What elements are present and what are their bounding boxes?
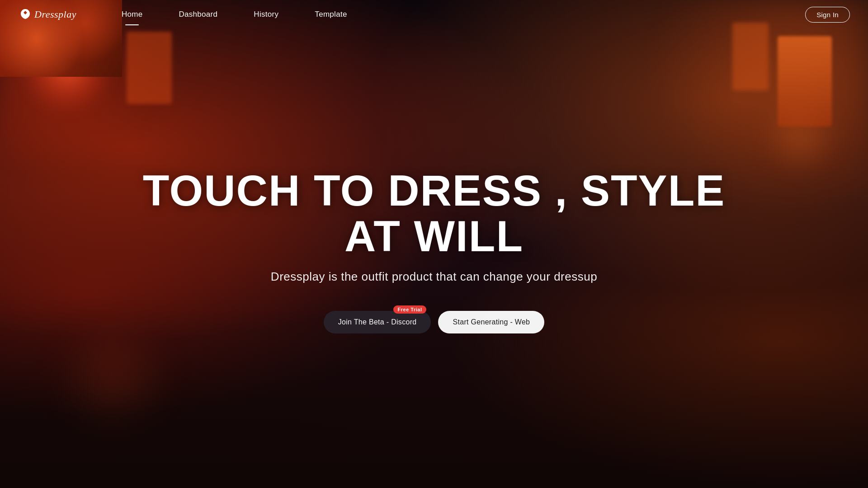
- sign-in-button[interactable]: Sign In: [805, 7, 850, 23]
- free-trial-badge: Free Trial: [393, 305, 427, 314]
- discord-button-label: Join The Beta - Discord: [338, 318, 417, 326]
- navbar: Dressplay Home Dashboard History Templat…: [0, 0, 868, 29]
- logo-icon: [18, 7, 33, 22]
- nav-link-dashboard[interactable]: Dashboard: [160, 0, 236, 29]
- logo-svg: [19, 8, 32, 21]
- nav-links: Home Dashboard History Template: [104, 0, 454, 29]
- join-beta-discord-button[interactable]: Free Trial Join The Beta - Discord: [324, 311, 431, 333]
- logo-text: Dressplay: [34, 9, 76, 20]
- hero-subtitle: Dressplay is the outfit product that can…: [271, 270, 597, 284]
- hero-section: Dressplay Home Dashboard History Templat…: [0, 0, 868, 488]
- nav-link-home[interactable]: Home: [104, 0, 161, 29]
- start-generating-web-button[interactable]: Start Generating - Web: [438, 311, 544, 333]
- hero-content: TOUCH TO DRESS , STYLE AT WILL Dressplay…: [0, 0, 868, 488]
- hero-buttons: Free Trial Join The Beta - Discord Start…: [324, 311, 545, 333]
- nav-link-template[interactable]: Template: [297, 0, 365, 29]
- logo[interactable]: Dressplay: [18, 7, 76, 22]
- hero-title: TOUCH TO DRESS , STYLE AT WILL: [118, 168, 750, 259]
- nav-link-history[interactable]: History: [236, 0, 297, 29]
